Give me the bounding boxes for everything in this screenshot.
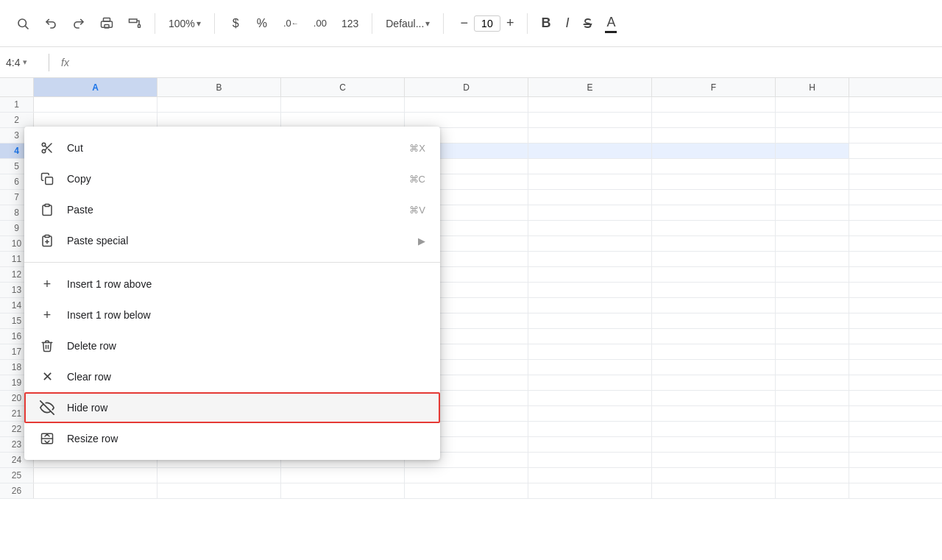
cell-r26-c0[interactable] (34, 483, 157, 498)
cell-r16-c4[interactable] (528, 329, 652, 344)
cell-r9-c6[interactable] (776, 221, 849, 235)
cell-r22-c4[interactable] (528, 422, 652, 436)
col-header-C[interactable]: C (281, 78, 405, 96)
font-name-dropdown[interactable]: Defaul... ▾ (381, 15, 434, 32)
cell-r1-c6[interactable] (776, 97, 849, 112)
cell-r3-c5[interactable] (652, 128, 776, 143)
cell-r24-c5[interactable] (652, 453, 776, 467)
cell-r2-c4[interactable] (528, 113, 652, 127)
cell-r8-c5[interactable] (652, 205, 776, 220)
cell-r13-c4[interactable] (528, 283, 652, 297)
undo-button[interactable] (40, 13, 62, 35)
cell-r19-c5[interactable] (652, 375, 776, 390)
cell-r21-c4[interactable] (528, 406, 652, 421)
cell-r25-c5[interactable] (652, 468, 776, 483)
cell-r11-c6[interactable] (776, 252, 849, 266)
cell-r7-c6[interactable] (776, 190, 849, 205)
row-num-1[interactable]: 1 (0, 97, 34, 112)
cell-r21-c6[interactable] (776, 406, 849, 421)
col-header-A[interactable]: A (34, 78, 157, 96)
cell-r12-c4[interactable] (528, 267, 652, 282)
cell-r16-c6[interactable] (776, 329, 849, 344)
cell-r5-c6[interactable] (776, 159, 849, 174)
decimal-dec-button[interactable]: .0← (279, 15, 303, 32)
cell-r8-c6[interactable] (776, 205, 849, 220)
cell-r6-c6[interactable] (776, 174, 849, 189)
menu-item-paste[interactable]: Paste ⌘V (24, 194, 440, 225)
cell-r15-c5[interactable] (652, 313, 776, 328)
cell-r2-c1[interactable] (157, 113, 281, 127)
cell-r1-c1[interactable] (157, 97, 281, 112)
cell-r12-c6[interactable] (776, 267, 849, 282)
menu-item-resize-row[interactable]: Resize row (24, 423, 440, 454)
cell-r10-c5[interactable] (652, 236, 776, 251)
cell-r7-c5[interactable] (652, 190, 776, 205)
search-button[interactable] (12, 13, 34, 35)
cell-r6-c5[interactable] (652, 174, 776, 189)
cell-r5-c4[interactable] (528, 159, 652, 174)
number-format-button[interactable]: 123 (337, 15, 363, 32)
cell-r19-c4[interactable] (528, 375, 652, 390)
decimal-inc-button[interactable]: .00 (309, 15, 331, 32)
cell-r26-c1[interactable] (157, 483, 281, 498)
font-size-box[interactable]: 10 (474, 15, 500, 32)
cell-r1-c5[interactable] (652, 97, 776, 112)
cell-r20-c6[interactable] (776, 391, 849, 405)
cell-r15-c4[interactable] (528, 313, 652, 328)
cell-r1-c3[interactable] (405, 97, 528, 112)
paint-format-button[interactable] (124, 13, 146, 35)
cell-r14-c6[interactable] (776, 298, 849, 313)
cell-r23-c6[interactable] (776, 437, 849, 452)
cell-r3-c6[interactable] (776, 128, 849, 143)
row-num-26[interactable]: 26 (0, 483, 34, 498)
menu-item-insert-row-above[interactable]: + Insert 1 row above (24, 269, 440, 300)
cell-r22-c6[interactable] (776, 422, 849, 436)
redo-button[interactable] (68, 13, 90, 35)
menu-item-hide-row[interactable]: Hide row (24, 392, 440, 423)
cell-r23-c5[interactable] (652, 437, 776, 452)
menu-item-paste-special[interactable]: Paste special ▶ (24, 225, 440, 256)
percent-button[interactable]: % (251, 14, 273, 33)
cell-r23-c4[interactable] (528, 437, 652, 452)
cell-r14-c5[interactable] (652, 298, 776, 313)
menu-item-copy[interactable]: Copy ⌘C (24, 163, 440, 194)
row-num-2[interactable]: 2 (0, 113, 34, 127)
cell-r4-c5[interactable] (652, 143, 776, 158)
cell-r25-c0[interactable] (34, 468, 157, 483)
cell-r5-c5[interactable] (652, 159, 776, 174)
cell-r24-c4[interactable] (528, 453, 652, 467)
currency-button[interactable]: $ (227, 14, 245, 33)
cell-r24-c6[interactable] (776, 453, 849, 467)
menu-item-insert-row-below[interactable]: + Insert 1 row below (24, 300, 440, 330)
cell-r3-c4[interactable] (528, 128, 652, 143)
cell-r6-c4[interactable] (528, 174, 652, 189)
cell-r11-c4[interactable] (528, 252, 652, 266)
cell-r12-c5[interactable] (652, 267, 776, 282)
cell-r9-c5[interactable] (652, 221, 776, 235)
cell-r26-c5[interactable] (652, 483, 776, 498)
cell-r1-c4[interactable] (528, 97, 652, 112)
col-header-B[interactable]: B (157, 78, 281, 96)
cell-r1-c0[interactable] (34, 97, 157, 112)
underline-button[interactable]: A (602, 12, 620, 35)
bold-button[interactable]: B (536, 13, 555, 34)
print-button[interactable] (96, 13, 118, 35)
cell-r17-c4[interactable] (528, 344, 652, 359)
menu-item-cut[interactable]: Cut ⌘X (24, 132, 440, 163)
cell-r4-c6[interactable] (776, 143, 849, 158)
cell-r18-c4[interactable] (528, 360, 652, 375)
cell-r26-c6[interactable] (776, 483, 849, 498)
italic-button[interactable]: I (561, 13, 573, 34)
cell-r4-c4[interactable] (528, 143, 652, 158)
font-size-increase-button[interactable]: + (502, 11, 519, 35)
cell-r25-c3[interactable] (405, 468, 528, 483)
cell-r26-c4[interactable] (528, 483, 652, 498)
menu-item-delete-row[interactable]: Delete row (24, 330, 440, 361)
menu-item-clear-row[interactable]: ✕ Clear row (24, 361, 440, 392)
cell-r2-c5[interactable] (652, 113, 776, 127)
cell-r15-c6[interactable] (776, 313, 849, 328)
cell-r9-c4[interactable] (528, 221, 652, 235)
cell-r25-c6[interactable] (776, 468, 849, 483)
cell-r16-c5[interactable] (652, 329, 776, 344)
col-header-F[interactable]: F (652, 78, 776, 96)
